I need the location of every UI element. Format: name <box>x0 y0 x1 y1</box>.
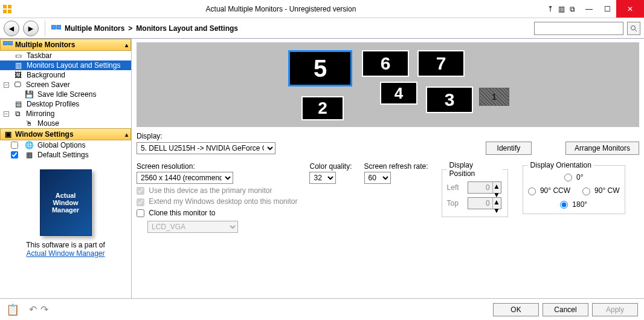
search-icon <box>630 25 637 32</box>
mouse-icon: 🖱 <box>24 119 34 128</box>
spinner-down-icon: ▼ <box>493 206 501 215</box>
svg-rect-1 <box>8 5 11 8</box>
arrange-button[interactable]: Arrange Monitors <box>565 142 639 155</box>
sidebar: Multiple Monitors ▴ ▭ Taskbar ▥ Monitors… <box>0 39 132 298</box>
pos-top-input <box>468 198 492 209</box>
pos-left-input <box>468 182 492 193</box>
spinner-up-icon: ▲ <box>493 182 501 191</box>
sidebar-item-profiles[interactable]: ▤ Desktop Profiles <box>0 99 131 109</box>
titlebar-extra-icon-2[interactable]: ▥ <box>558 5 565 13</box>
svg-rect-2 <box>3 10 7 13</box>
save-icon: 💾 <box>24 90 34 99</box>
refresh-rate-select[interactable]: 60 <box>364 172 391 184</box>
svg-point-6 <box>631 25 636 30</box>
search-input[interactable] <box>534 22 623 35</box>
collapse-icon[interactable]: − <box>4 111 9 117</box>
window-settings-icon: ▣ <box>3 130 13 139</box>
extend-desktop-checkbox <box>137 198 144 206</box>
refresh-rate-label: Screen refresh rate: <box>364 162 428 171</box>
svg-rect-8 <box>3 41 7 45</box>
layout-icon: ▥ <box>13 61 23 70</box>
monitor-7[interactable]: 7 <box>417 50 465 77</box>
orient-90cw-radio[interactable]: 90° CW <box>582 186 620 195</box>
titlebar: Actual Multiple Monitors - Unregistered … <box>0 0 644 18</box>
cancel-button[interactable]: Cancel <box>543 303 588 316</box>
footer: 📋 ↶ ↷ OK Cancel Apply <box>0 298 644 320</box>
sidebar-item-background[interactable]: 🖼 Background <box>0 70 131 80</box>
clone-checkbox[interactable] <box>137 209 144 217</box>
breadcrumb-icon <box>51 24 61 33</box>
help-icon[interactable]: 📋 <box>6 303 19 316</box>
pos-top-spinner: ▲▼ <box>468 197 501 209</box>
monitor-2[interactable]: 2 <box>301 96 344 120</box>
svg-line-7 <box>635 30 637 31</box>
background-icon: 🖼 <box>13 71 23 79</box>
breadcrumb[interactable]: Multiple Monitors > Monitors Layout and … <box>65 24 238 33</box>
monitor-5[interactable]: 5 <box>288 50 352 87</box>
resolution-select[interactable]: 2560 x 1440 (recommended) <box>137 172 233 184</box>
sidebar-item-mouse[interactable]: 🖱 Mouse <box>0 119 131 128</box>
display-select[interactable]: 5. DELL U2515H -> NVIDIA GeForce GTX 950 <box>137 142 275 154</box>
titlebar-extra-icon-3[interactable]: ⧉ <box>570 5 575 13</box>
global-options-checkbox[interactable] <box>11 142 18 149</box>
orient-180-radio[interactable]: 180° <box>560 200 587 209</box>
sidebar-item-mirroring[interactable]: − ⧉ Mirroring <box>0 109 131 119</box>
search-button[interactable] <box>627 22 640 35</box>
sidebar-item-screensaver[interactable]: − 🖵 Screen Saver <box>0 80 131 90</box>
display-position-legend: Display Position <box>447 161 503 178</box>
monitor-4[interactable]: 4 <box>380 82 417 105</box>
profiles-icon: ▤ <box>13 100 23 108</box>
color-quality-select[interactable]: 32 <box>309 172 336 184</box>
promo-panel: Actual Window Manager This software is a… <box>0 166 131 261</box>
sidebar-item-default[interactable]: ▦ Default Settings <box>0 150 131 160</box>
sidebar-item-layout[interactable]: ▥ Monitors Layout and Settings <box>0 60 131 70</box>
forward-button[interactable]: ► <box>23 21 39 36</box>
breadcrumb-leaf[interactable]: Monitors Layout and Settings <box>136 24 238 33</box>
display-orientation-group: Display Orientation 0° 90° CCW 90° CW 18… <box>523 161 625 214</box>
undo-icon[interactable]: ↶ <box>29 304 37 315</box>
svg-rect-5 <box>57 25 61 29</box>
clone-checkbox-row[interactable]: Clone this monitor to <box>137 209 297 217</box>
sidebar-item-taskbar[interactable]: ▭ Taskbar <box>0 51 131 60</box>
mirroring-icon: ⧉ <box>13 109 22 118</box>
display-label: Display: <box>137 132 639 140</box>
svg-rect-4 <box>51 25 56 29</box>
sidebar-header-window-settings[interactable]: ▣ Window Settings ▴ <box>0 128 131 140</box>
svg-rect-9 <box>8 41 13 45</box>
monitor-6[interactable]: 6 <box>362 50 409 77</box>
promo-link[interactable]: Actual Window Manager <box>26 249 105 258</box>
orient-0-radio[interactable]: 0° <box>564 173 584 181</box>
promo-text: This software is a part of <box>6 241 125 249</box>
resolution-label: Screen resolution: <box>137 162 297 171</box>
sidebar-item-save-idle[interactable]: 💾 Save Idle Screens <box>0 90 131 99</box>
back-button[interactable]: ◄ <box>4 21 19 36</box>
svg-rect-3 <box>8 10 11 13</box>
close-button[interactable]: ✕ <box>616 0 644 18</box>
orient-90ccw-radio[interactable]: 90° CCW <box>528 186 570 195</box>
monitor-layout-canvas[interactable]: 5674321 <box>137 42 639 127</box>
main-panel: 5674321 Display: 5. DELL U2515H -> NVIDI… <box>132 39 644 298</box>
monitor-3[interactable]: 3 <box>426 87 473 113</box>
primary-monitor-checkbox-row: Use this device as the primary monitor <box>137 186 297 195</box>
minimize-button[interactable]: — <box>580 0 598 18</box>
titlebar-extra-icon-1[interactable]: ⤒ <box>547 5 553 13</box>
display-position-group: Display Position Left ▲▼ Top ▲▼ <box>442 161 508 217</box>
screensaver-icon: 🖵 <box>13 80 22 89</box>
default-settings-checkbox[interactable] <box>11 151 18 158</box>
maximize-button[interactable]: ☐ <box>598 0 616 18</box>
sidebar-header-label: Window Settings <box>15 130 74 139</box>
app-icon <box>0 5 14 13</box>
window-title: Actual Multiple Monitors - Unregistered … <box>14 5 547 13</box>
breadcrumb-root[interactable]: Multiple Monitors <box>65 24 124 33</box>
sidebar-header-multiple-monitors[interactable]: Multiple Monitors ▴ <box>0 39 131 51</box>
sidebar-header-label: Multiple Monitors <box>15 41 75 49</box>
monitors-icon <box>3 41 13 49</box>
redo-icon[interactable]: ↷ <box>40 304 48 315</box>
identify-button[interactable]: Identify <box>486 142 532 155</box>
default-icon: ▦ <box>24 151 34 159</box>
sidebar-item-global[interactable]: 🌐 Global Options <box>0 140 131 150</box>
apply-button[interactable]: Apply <box>592 303 638 316</box>
monitor-1[interactable]: 1 <box>479 88 509 106</box>
collapse-icon[interactable]: − <box>4 82 9 88</box>
ok-button[interactable]: OK <box>493 303 539 316</box>
